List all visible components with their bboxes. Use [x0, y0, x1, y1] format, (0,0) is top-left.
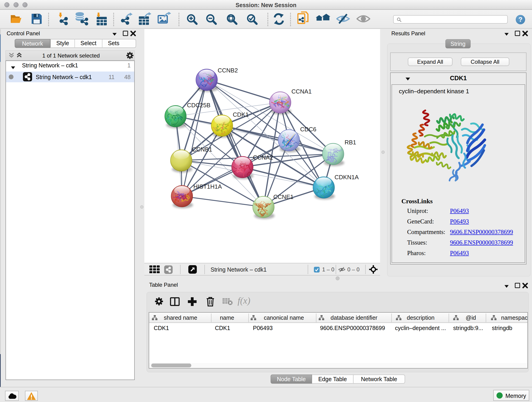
- svg-text:RB1: RB1: [345, 139, 356, 146]
- svg-text:CCNA2: CCNA2: [253, 154, 273, 161]
- svg-text:CDC6: CDC6: [300, 126, 317, 133]
- svg-text:CCNA1: CCNA1: [291, 88, 312, 95]
- svg-text:CDC25B: CDC25B: [187, 102, 210, 109]
- svg-text:CDKN1A: CDKN1A: [335, 174, 359, 181]
- svg-text:CCNB1: CCNB1: [192, 146, 212, 153]
- svg-text:CCNE1: CCNE1: [273, 193, 293, 200]
- svg-text:HIST1H1A: HIST1H1A: [193, 183, 222, 190]
- svg-text:CCNB2: CCNB2: [218, 67, 238, 74]
- svg-text:CDK1: CDK1: [233, 111, 249, 118]
